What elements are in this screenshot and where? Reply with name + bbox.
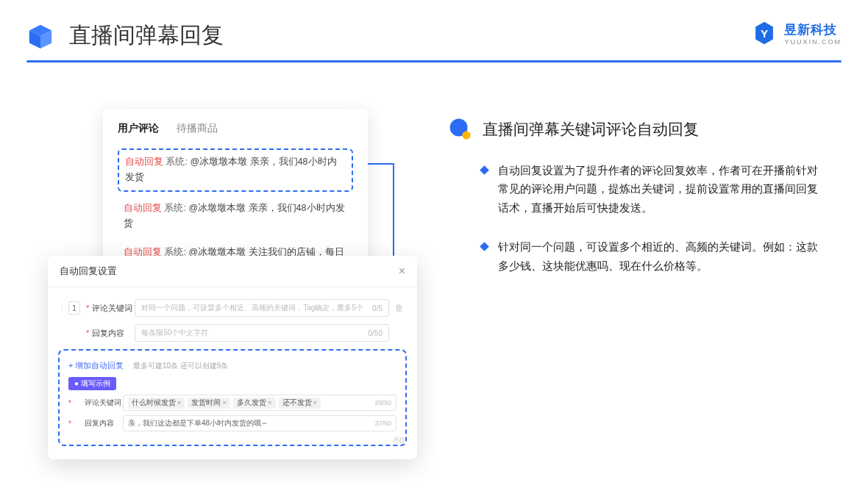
keyword-input[interactable]: 对同一个问题，可设置多个相近、高频的关键词，Tag确定，最多5个 0/5	[135, 299, 389, 317]
close-icon[interactable]: ×	[399, 265, 405, 278]
bullet-item: 针对同一个问题，可设置多个相近的、高频的关键词。例如：这款多少钱、这块能优惠吗、…	[449, 238, 824, 276]
row-number: 1	[68, 301, 80, 315]
side-count: /50	[394, 437, 404, 445]
kw-tag[interactable]: 还不发货×	[279, 398, 321, 409]
svg-text:Y: Y	[761, 27, 768, 40]
add-auto-reply-link[interactable]: + 增加自动回复	[68, 361, 124, 370]
example-badge: ● 填写示例	[68, 377, 116, 390]
keyword-placeholder: 对同一个问题，可设置多个相近、高频的关键词，Tag确定，最多5个	[141, 303, 363, 313]
delete-icon[interactable]: 🗑	[395, 303, 407, 313]
tab-products[interactable]: 待播商品	[177, 122, 218, 138]
example-box: + 增加自动回复 最多可建10条 还可以创建9条 ● 填写示例 * 评论关键词 …	[58, 349, 407, 446]
brand-block: Y 昱新科技 YUUXIN.COM	[752, 21, 842, 46]
chat-bubble-icon	[449, 118, 472, 141]
content-placeholder: 每条限50个中文字符	[141, 328, 208, 338]
content-count: 0/50	[369, 329, 383, 337]
keyword-count: 0/5	[372, 304, 383, 312]
drag-handle-icon[interactable]: ⋮⋮	[58, 304, 68, 312]
section-title: 直播间弹幕关键词评论自动回复	[483, 119, 699, 140]
auto-reply-tag: 自动回复	[124, 203, 162, 213]
ex-ct-input[interactable]: 亲，我们这边都是下单48小时内发货的哦～ 37/50	[123, 415, 396, 431]
keyword-label: 评论关键词	[92, 303, 135, 314]
auto-reply-settings-modal: 自动回复设置 × ⋮⋮ 1 * 评论关键词 对同一个问题，可设置多个相近、高频的…	[48, 256, 417, 459]
add-hint: 最多可建10条 还可以创建9条	[133, 362, 228, 370]
required-dot: *	[68, 399, 71, 407]
sys-label: 系统:	[164, 203, 185, 213]
sys-label: 系统:	[166, 157, 187, 167]
kw-tag[interactable]: 发货时间×	[188, 398, 230, 409]
kw-tag[interactable]: 多久发货×	[233, 398, 276, 409]
required-dot: *	[86, 304, 89, 312]
ex-kw-label: 评论关键词	[85, 398, 123, 408]
brand-name: 昱新科技	[784, 21, 842, 38]
bullet-item: 自动回复设置为了提升作者的评论回复效率，作者可在开播前针对常见的评论用户问题，提…	[449, 162, 824, 218]
reply-row-highlight: 自动回复 系统: @冰墩墩本墩 亲亲，我们48小时内发货	[118, 148, 353, 192]
modal-title: 自动回复设置	[60, 265, 117, 278]
required-dot: *	[86, 329, 89, 337]
diamond-bullet-icon	[480, 242, 489, 251]
ex-ct-count: 37/50	[374, 420, 391, 427]
reply-row: 自动回复 系统: @冰墩墩本墩 亲亲，我们48小时内发货	[118, 196, 353, 237]
required-dot: *	[68, 420, 71, 428]
bullet-text: 针对同一个问题，可设置多个相近的、高频的关键词。例如：这款多少钱、这块能优惠吗、…	[498, 238, 824, 276]
ex-ct-text: 亲，我们这边都是下单48小时内发货的哦～	[128, 418, 268, 428]
ex-ct-label: 回复内容	[85, 418, 123, 428]
tab-comments[interactable]: 用户评论	[118, 122, 159, 138]
content-input[interactable]: 每条限50个中文字符 0/50	[135, 324, 389, 342]
page-title: 直播间弹幕回复	[69, 21, 224, 51]
cube-logo-icon	[26, 22, 54, 50]
auto-reply-tag: 自动回复	[125, 157, 163, 167]
content-label: 回复内容	[92, 328, 135, 339]
ex-kw-input[interactable]: 什么时候发货× 发货时间× 多久发货× 还不发货× 20/50	[123, 395, 396, 411]
bullet-text: 自动回复设置为了提升作者的评论回复效率，作者可在开播前针对常见的评论用户问题，提…	[498, 162, 824, 218]
kw-tag[interactable]: 什么时候发货×	[128, 398, 185, 409]
ex-kw-count: 20/50	[374, 399, 391, 406]
diamond-bullet-icon	[480, 165, 489, 175]
svg-point-5	[462, 131, 470, 139]
connector-line	[366, 163, 394, 165]
brand-icon: Y	[752, 21, 777, 46]
header-divider	[26, 60, 842, 62]
brand-url: YUUXIN.COM	[784, 38, 842, 46]
